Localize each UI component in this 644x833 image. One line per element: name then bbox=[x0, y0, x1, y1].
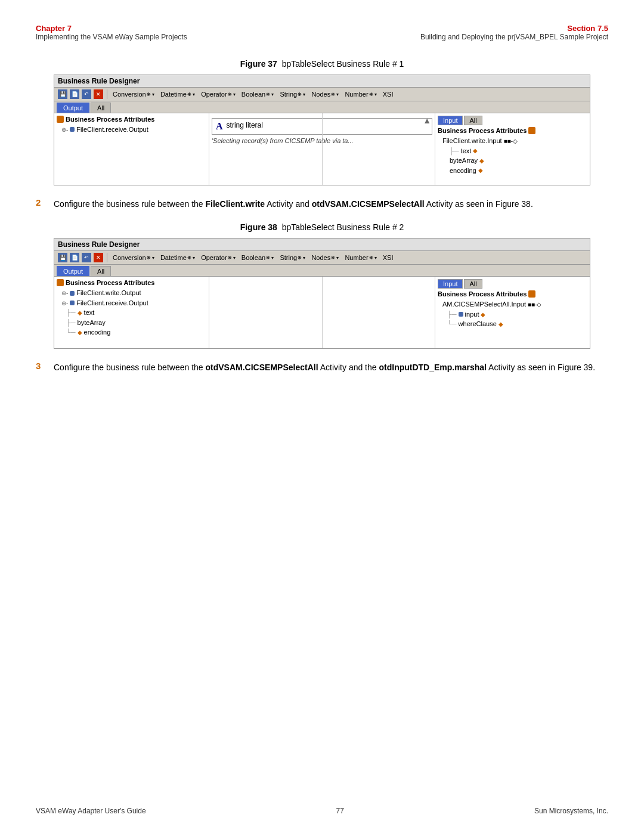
diamond3-icon: ◆ bbox=[478, 166, 483, 175]
brd38-boolean-menu[interactable]: Boolean ❋ ▾ bbox=[240, 253, 276, 262]
figure38-title: Figure 38 bpTableSelect Business Rule # … bbox=[36, 222, 608, 232]
page-header: Chapter 7 Implementing the VSAM eWay Sam… bbox=[36, 24, 608, 41]
brd38-content: Business Process Attributes ⊕- FileClien… bbox=[54, 277, 590, 348]
toolbar-datetime-menu[interactable]: Datetime ❋ ▾ bbox=[159, 90, 197, 98]
brd38-save-icon[interactable]: 💾 bbox=[58, 253, 67, 262]
step3-number: 3 bbox=[36, 361, 48, 374]
right-tree-item3: byteArray ◆ bbox=[438, 156, 587, 166]
brd38-title: Business Rule Designer bbox=[54, 239, 590, 251]
brd38-operator-menu[interactable]: Operator ❋ ▾ bbox=[199, 253, 237, 262]
tab38-output[interactable]: Output bbox=[57, 266, 89, 276]
footer-right: Sun Microsystems, Inc. bbox=[534, 807, 608, 815]
tab38-all[interactable]: All bbox=[91, 266, 111, 276]
toolbar-number-menu[interactable]: Number ❋ ▾ bbox=[343, 90, 378, 98]
file-icon3 bbox=[70, 301, 75, 305]
brd38-right-panel: Input All Business Process Attributes AM… bbox=[435, 277, 590, 348]
brd38-right-tab-all[interactable]: All bbox=[464, 279, 482, 289]
brd38-number-menu[interactable]: Number ❋ ▾ bbox=[343, 253, 378, 262]
brd37-toolbar: 💾 📄 ↶ ✕ Conversion ❋ ▾ Datetime ❋ ▾ Oper… bbox=[54, 88, 590, 101]
brd37-center-panel: A string literal ▲ 'Selecting record(s) … bbox=[209, 113, 435, 185]
brd37-right-panel: Input All Business Process Attributes Fi… bbox=[435, 113, 590, 185]
toolbar-nodes-menu[interactable]: Nodes ❋ ▾ bbox=[309, 90, 340, 98]
right-tree-item1: FileClient.write.Input ■■-◇ bbox=[438, 136, 587, 146]
brd38-right-icon bbox=[528, 290, 535, 298]
brd38-left-panel: Business Process Attributes ⊕- FileClien… bbox=[54, 277, 209, 348]
brd38-xsi-menu[interactable]: XSI bbox=[381, 253, 395, 262]
tab37-output[interactable]: Output bbox=[57, 103, 89, 113]
vertical-divider bbox=[322, 113, 323, 185]
toolbar-operator-menu[interactable]: Operator ❋ ▾ bbox=[199, 90, 237, 98]
file-icon bbox=[70, 127, 75, 132]
toolbar-save-icon[interactable]: 💾 bbox=[58, 89, 67, 99]
diamond5-icon: ◆ bbox=[78, 328, 82, 337]
figure38-brd: Business Rule Designer 💾 📄 ↶ ✕ Conversio… bbox=[54, 238, 590, 349]
footer-left: VSAM eWay Adapter User's Guide bbox=[36, 807, 146, 815]
right-tab-all[interactable]: All bbox=[464, 116, 482, 125]
step2-number: 2 bbox=[36, 197, 48, 210]
diamond4-icon: ◆ bbox=[78, 308, 82, 317]
right-tab-bar: Input All bbox=[438, 116, 587, 125]
toolbar-conversion-menu[interactable]: Conversion ❋ ▾ bbox=[111, 90, 156, 98]
brd37-tab-bar: Output All bbox=[54, 101, 590, 113]
scroll-indicator: ▲ bbox=[423, 116, 431, 125]
toolbar-close-icon[interactable]: ✕ bbox=[94, 89, 103, 99]
diamond6-icon: ◆ bbox=[481, 310, 485, 319]
diamond7-icon: ◆ bbox=[499, 320, 503, 329]
right-tab-input[interactable]: Input bbox=[438, 116, 463, 125]
brd38-right-tab-bar: Input All bbox=[438, 279, 587, 289]
toolbar-sep bbox=[107, 89, 107, 99]
brd38-left-item5: └─ ◆ encoding bbox=[57, 327, 206, 337]
chapter-subtitle: Implementing the VSAM eWay Sample Projec… bbox=[36, 33, 187, 41]
right-panel-icon bbox=[528, 127, 535, 134]
file-icon2 bbox=[70, 291, 75, 296]
brd38-left-item3: ├─ ◆ text bbox=[57, 308, 206, 318]
brd38-right-item3: └─ whereClause ◆ bbox=[438, 319, 587, 329]
brd38-datetime-menu[interactable]: Datetime ❋ ▾ bbox=[159, 253, 197, 262]
page-container: Chapter 7 Implementing the VSAM eWay Sam… bbox=[0, 0, 644, 833]
section-label: Section 7.5 bbox=[420, 24, 608, 33]
tab37-all[interactable]: All bbox=[91, 103, 111, 113]
footer-page-number: 77 bbox=[336, 807, 344, 815]
brd37-content: Business Process Attributes ⊕- FileClien… bbox=[54, 113, 590, 185]
section-subtitle: Building and Deploying the prjVSAM_BPEL … bbox=[420, 33, 608, 41]
brd38-left-title: Business Process Attributes bbox=[57, 279, 206, 286]
diamond2-icon: ◆ bbox=[479, 156, 484, 165]
brd37-title: Business Rule Designer bbox=[54, 75, 590, 88]
brd38-undo-icon[interactable]: ↶ bbox=[82, 253, 91, 262]
brd38-toolbar: 💾 📄 ↶ ✕ Conversion ❋ ▾ Datetime ❋ ▾ Oper… bbox=[54, 251, 590, 265]
step3-container: 3 Configure the business rule between th… bbox=[36, 361, 608, 374]
brd38-right-tab-input[interactable]: Input bbox=[438, 279, 463, 289]
brd38-string-menu[interactable]: String ❋ ▾ bbox=[278, 253, 307, 262]
brd37-left-panel: Business Process Attributes ⊕- FileClien… bbox=[54, 113, 209, 185]
brd38-right-title: Business Process Attributes bbox=[438, 290, 587, 298]
brd38-close-icon[interactable]: ✕ bbox=[94, 253, 103, 262]
brd38-left-item4: ├─ byteArray bbox=[57, 318, 206, 328]
brd38-left-item2: ⊕- FileClient.receive.Output bbox=[57, 298, 206, 308]
left-tree-item: ⊕- FileClient.receive.Output bbox=[57, 125, 206, 135]
brd38-conversion-menu[interactable]: Conversion ❋ ▾ bbox=[111, 253, 156, 262]
toolbar-undo-icon[interactable]: ↶ bbox=[82, 89, 91, 99]
brd38-nodes-menu[interactable]: Nodes ❋ ▾ bbox=[309, 253, 340, 262]
page-footer: VSAM eWay Adapter User's Guide 77 Sun Mi… bbox=[36, 807, 608, 815]
panel-icon bbox=[57, 116, 64, 123]
step2-container: 2 Configure the business rule between th… bbox=[36, 197, 608, 210]
brd38-right-item2: ├─ input ◆ bbox=[438, 309, 587, 320]
toolbar-save2-icon[interactable]: 📄 bbox=[70, 89, 79, 99]
diamond-icon: ◆ bbox=[473, 146, 478, 155]
toolbar-boolean-menu[interactable]: Boolean ❋ ▾ bbox=[240, 90, 276, 98]
vertical-divider2 bbox=[322, 277, 323, 348]
brd38-toolbar-sep bbox=[107, 253, 107, 262]
right-panel-title: Business Process Attributes bbox=[438, 127, 587, 134]
brd38-save2-icon[interactable]: 📄 bbox=[70, 253, 79, 262]
brd38-right-item1: AM.CICSEMPSelectAll.Input ■■-◇ bbox=[438, 299, 587, 309]
figure37-brd: Business Rule Designer 💾 📄 ↶ ✕ Conversio… bbox=[54, 75, 590, 185]
left-panel-title: Business Process Attributes bbox=[57, 116, 206, 123]
brd38-tab-bar: Output All bbox=[54, 265, 590, 277]
toolbar-string-menu[interactable]: String ❋ ▾ bbox=[278, 90, 307, 98]
input-icon bbox=[459, 312, 463, 317]
brd38-panel-icon bbox=[57, 279, 64, 286]
brd38-left-item1: ⊕- FileClient.write.Output bbox=[57, 288, 206, 298]
header-left: Chapter 7 Implementing the VSAM eWay Sam… bbox=[36, 24, 187, 41]
toolbar-xsi-menu[interactable]: XSI bbox=[381, 90, 395, 98]
literal-a-icon: A bbox=[216, 121, 223, 132]
